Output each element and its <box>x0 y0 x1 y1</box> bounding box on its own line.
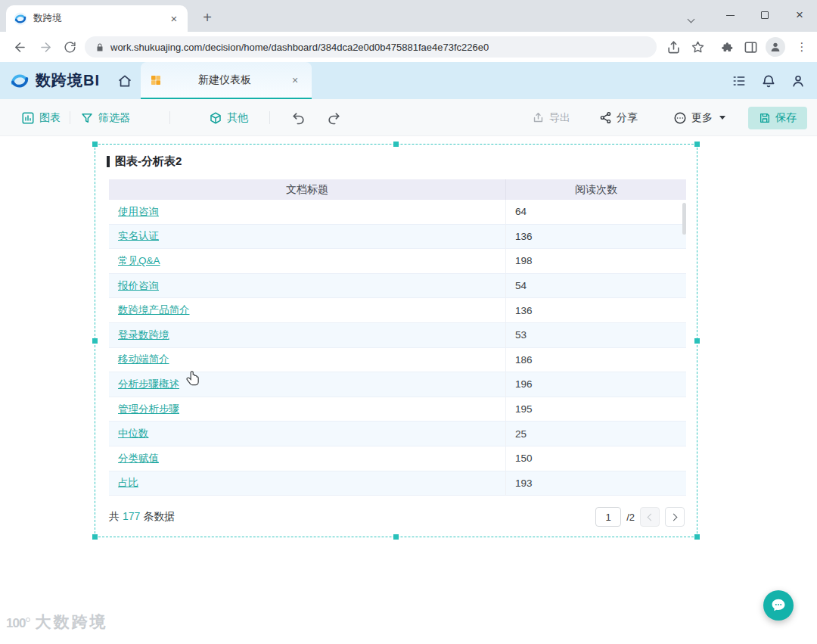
header-icons <box>731 62 806 99</box>
home-icon[interactable] <box>112 62 138 99</box>
dashboard-canvas[interactable]: 图表-分析表2 文档标题 阅读次数 使用咨询64实名认证136常见Q&A198报… <box>0 136 817 644</box>
tab-search-chevron-icon[interactable] <box>688 11 694 25</box>
new-tab-button[interactable]: + <box>197 7 218 28</box>
resize-handle[interactable] <box>92 534 98 540</box>
next-page-button[interactable] <box>665 507 685 527</box>
table-row: 移动端简介186 <box>109 348 686 373</box>
share-button[interactable]: 分享 <box>599 99 638 136</box>
table-body: 使用咨询64实名认证136常见Q&A198报价咨询54数跨境产品简介136登录数… <box>109 200 686 496</box>
prev-page-button[interactable] <box>640 507 660 527</box>
resize-handle[interactable] <box>393 534 399 540</box>
doc-title-link[interactable]: 常见Q&A <box>118 254 160 268</box>
chart-menu-label: 图表 <box>39 111 61 125</box>
refresh-icon[interactable] <box>61 38 79 56</box>
profile-avatar[interactable] <box>766 37 785 57</box>
resize-handle[interactable] <box>694 142 700 147</box>
share-label: 分享 <box>617 111 638 125</box>
table-row: 使用咨询64 <box>109 200 686 225</box>
resize-handle[interactable] <box>92 338 98 344</box>
side-panel-icon[interactable] <box>741 38 760 56</box>
resize-handle[interactable] <box>694 338 700 344</box>
pagination: /2 <box>595 507 685 527</box>
dashboard-tab[interactable]: 新建仪表板 × <box>141 62 312 99</box>
total-prefix: 共 <box>109 510 120 522</box>
bookmark-star-icon[interactable] <box>688 38 707 56</box>
resize-handle[interactable] <box>92 142 98 147</box>
doc-title-link[interactable]: 登录数跨境 <box>118 328 169 342</box>
other-menu-button[interactable]: 其他 <box>209 99 248 136</box>
filter-menu-button[interactable]: 筛选器 <box>80 99 130 136</box>
column-header-doc-title[interactable]: 文档标题 <box>109 179 506 200</box>
doc-title-cell: 实名认证 <box>109 225 506 249</box>
app-logo-text: 数跨境BI <box>36 70 100 91</box>
toolbar-divider <box>269 111 270 124</box>
doc-title-link[interactable]: 中位数 <box>118 427 149 440</box>
more-button[interactable]: 更多 <box>673 99 725 136</box>
widget-title-text: 图表-分析表2 <box>115 154 182 169</box>
task-list-icon[interactable] <box>731 73 747 89</box>
tab-close-icon[interactable]: × <box>166 11 182 26</box>
table-row: 分类赋值150 <box>109 446 686 471</box>
table-widget[interactable]: 图表-分析表2 文档标题 阅读次数 使用咨询64实名认证136常见Q&A198报… <box>95 144 697 537</box>
doc-title-cell: 移动端简介 <box>109 348 506 372</box>
save-button[interactable]: 保存 <box>748 107 807 129</box>
browser-window: 数跨境 × + × work.shukuajing.com/decision/h… <box>0 0 817 644</box>
maximize-button[interactable] <box>747 0 782 30</box>
widget-footer: 共177条数据 /2 <box>109 506 685 527</box>
doc-title-link[interactable]: 数跨境产品简介 <box>118 303 190 317</box>
chart-menu-button[interactable]: 图表 <box>21 99 61 136</box>
doc-title-link[interactable]: 分类赋值 <box>118 452 159 465</box>
widget-title: 图表-分析表2 <box>107 154 182 169</box>
doc-title-cell: 数跨境产品简介 <box>109 298 506 322</box>
back-icon[interactable] <box>11 38 29 56</box>
read-count-cell: 64 <box>506 200 686 224</box>
export-label: 导出 <box>549 111 570 125</box>
read-count-cell: 53 <box>506 323 686 347</box>
chat-support-button[interactable] <box>763 590 794 621</box>
url-field[interactable]: work.shukuajing.com/decision/home/dashbo… <box>85 36 657 58</box>
read-count-cell: 198 <box>506 249 686 273</box>
redo-icon[interactable] <box>324 108 343 128</box>
forward-icon[interactable] <box>36 38 54 56</box>
read-count-cell: 193 <box>506 471 686 496</box>
title-marker-bar <box>107 156 110 167</box>
table-scrollbar[interactable] <box>682 203 686 235</box>
doc-title-link[interactable]: 占比 <box>118 476 138 490</box>
doc-title-link[interactable]: 分析步骤概述 <box>118 378 179 391</box>
browser-menu-icon[interactable]: ⋮ <box>793 38 811 56</box>
watermark-logo: 100 <box>6 616 30 631</box>
user-account-icon[interactable] <box>790 73 806 89</box>
window-close-button[interactable]: × <box>782 0 817 30</box>
resize-handle[interactable] <box>393 142 399 147</box>
undo-icon[interactable] <box>289 108 309 128</box>
dashboard-tab-close-icon[interactable]: × <box>287 73 303 88</box>
toolbar-divider <box>70 111 70 124</box>
browser-tab[interactable]: 数跨境 × <box>6 5 188 32</box>
minimize-button[interactable] <box>713 0 747 30</box>
doc-title-link[interactable]: 实名认证 <box>118 229 159 243</box>
app-logo[interactable]: 数跨境BI <box>9 62 100 99</box>
caret-down-icon <box>719 116 725 120</box>
extensions-puzzle-icon[interactable] <box>717 38 735 56</box>
lock-icon <box>95 42 104 52</box>
chevron-right-icon <box>670 513 678 521</box>
watermark-text: 大数跨境 <box>35 611 107 633</box>
doc-title-link[interactable]: 管理分析步骤 <box>118 403 179 416</box>
notification-bell-icon[interactable] <box>760 73 777 89</box>
doc-title-cell: 占比 <box>109 471 506 496</box>
doc-title-cell: 分析步骤概述 <box>109 372 506 397</box>
filter-menu-label: 筛选器 <box>98 111 130 125</box>
doc-title-cell: 常见Q&A <box>109 249 506 273</box>
doc-title-link[interactable]: 使用咨询 <box>118 205 159 219</box>
doc-title-link[interactable]: 移动端简介 <box>118 353 169 366</box>
read-count-cell: 150 <box>506 446 686 471</box>
resize-handle[interactable] <box>694 534 700 540</box>
tab-title: 数跨境 <box>33 12 160 25</box>
total-count: 177 <box>123 510 140 522</box>
column-header-read-count[interactable]: 阅读次数 <box>506 179 686 200</box>
doc-title-link[interactable]: 报价咨询 <box>118 279 159 293</box>
save-label: 保存 <box>775 111 797 125</box>
export-button[interactable]: 导出 <box>532 99 570 136</box>
page-number-input[interactable] <box>595 507 621 527</box>
share-page-icon[interactable] <box>664 38 682 56</box>
